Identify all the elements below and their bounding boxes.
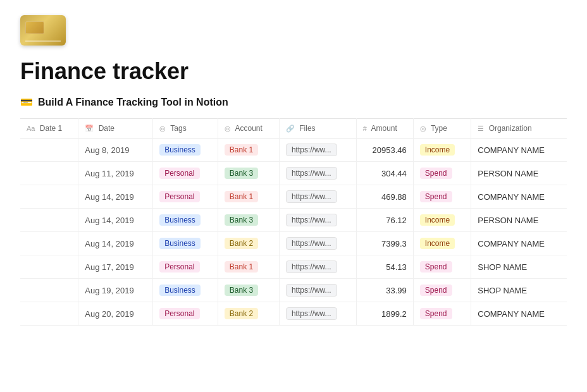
cell-date: Aug 19, 2019 [78,279,153,302]
col-account[interactable]: ◎ Account [218,119,279,138]
col-date1[interactable]: Aa Date 1 [20,119,78,138]
col-files[interactable]: 🔗 Files [279,119,356,138]
cell-organization: PERSON NAME [471,209,567,232]
cell-date1 [20,232,78,255]
type-badge[interactable]: Spend [420,285,452,296]
cell-date1 [20,209,78,232]
cell-date1 [20,255,78,279]
col-organization[interactable]: ☰ Organization [471,119,567,138]
credit-card-icon [20,15,66,46]
cell-type: Spend [413,255,471,279]
file-link[interactable]: https://ww... [286,307,337,320]
cell-tags: Personal [153,162,218,185]
type-badge[interactable]: Spend [420,308,452,319]
file-link[interactable]: https://ww... [286,284,337,297]
tag-badge[interactable]: Personal [159,261,199,273]
account-badge[interactable]: Bank 3 [225,214,258,226]
col-tags[interactable]: ◎ Tags [153,119,218,138]
cell-type: Income [413,232,471,255]
table-row: Aug 20, 2019 Personal Bank 2 https://ww.… [20,302,567,326]
cell-date1 [20,162,78,185]
cell-date: Aug 14, 2019 [78,185,153,209]
account-badge[interactable]: Bank 3 [225,168,258,179]
type-badge[interactable]: Income [420,214,455,226]
cell-organization: PERSON NAME [471,162,567,185]
cell-amount: 76.12 [356,209,413,232]
table-row: Aug 11, 2019 Personal Bank 3 https://ww.… [20,162,567,185]
col-date[interactable]: 📅 Date [78,119,153,138]
file-link[interactable]: https://ww... [286,214,337,226]
col-tags-icon: ◎ [159,125,166,132]
cell-account: Bank 3 [218,162,279,185]
cell-account: Bank 3 [218,209,279,232]
page-title: Finance tracker [20,58,567,85]
table-row: Aug 14, 2019 Business Bank 3 https://ww.… [20,209,567,232]
type-badge[interactable]: Spend [420,261,452,273]
section-header: 💳 Build A Finance Tracking Tool in Notio… [20,96,567,108]
cell-type: Spend [413,302,471,326]
cell-date: Aug 20, 2019 [78,302,153,326]
type-badge[interactable]: Spend [420,191,452,202]
cell-files: https://ww... [279,138,356,162]
cell-tags: Business [153,279,218,302]
cell-files: https://ww... [279,279,356,302]
cell-account: Bank 1 [218,138,279,162]
cell-type: Spend [413,279,471,302]
cell-date: Aug 11, 2019 [78,162,153,185]
account-badge[interactable]: Bank 3 [225,285,258,296]
cell-files: https://ww... [279,302,356,326]
cell-files: https://ww... [279,255,356,279]
cell-account: Bank 2 [218,232,279,255]
cell-account: Bank 1 [218,255,279,279]
account-badge[interactable]: Bank 2 [225,238,258,249]
tag-badge[interactable]: Personal [159,308,199,319]
table-row: Aug 19, 2019 Business Bank 3 https://ww.… [20,279,567,302]
cell-amount: 304.44 [356,162,413,185]
cell-files: https://ww... [279,185,356,209]
file-link[interactable]: https://ww... [286,237,337,250]
cell-date1 [20,302,78,326]
cell-date1 [20,279,78,302]
file-link[interactable]: https://ww... [286,167,337,180]
table-header-row: Aa Date 1 📅 Date ◎ Tags ◎ Account 🔗 File… [20,119,567,138]
cell-organization: COMPANY NAME [471,232,567,255]
cell-date: Aug 8, 2019 [78,138,153,162]
file-link[interactable]: https://ww... [286,260,337,273]
cell-amount: 54.13 [356,255,413,279]
type-badge[interactable]: Spend [420,168,452,179]
cell-type: Spend [413,162,471,185]
cell-tags: Personal [153,255,218,279]
cell-files: https://ww... [279,232,356,255]
cell-amount: 20953.46 [356,138,413,162]
file-link[interactable]: https://ww... [286,144,337,156]
cell-files: https://ww... [279,209,356,232]
tag-badge[interactable]: Business [159,285,201,296]
cell-organization: SHOP NAME [471,279,567,302]
section-icon: 💳 [20,96,33,108]
table-row: Aug 17, 2019 Personal Bank 1 https://ww.… [20,255,567,279]
cell-tags: Business [153,209,218,232]
account-badge[interactable]: Bank 1 [225,261,258,273]
account-badge[interactable]: Bank 1 [225,191,258,202]
cell-date: Aug 14, 2019 [78,209,153,232]
col-date-icon: 📅 [85,125,94,132]
cell-amount: 1899.2 [356,302,413,326]
tag-badge[interactable]: Business [159,214,201,226]
tag-badge[interactable]: Personal [159,168,199,179]
col-type[interactable]: ◎ Type [413,119,471,138]
cell-type: Spend [413,185,471,209]
section-label: Build A Finance Tracking Tool in Notion [38,97,228,108]
type-badge[interactable]: Income [420,238,455,249]
finance-table: Aa Date 1 📅 Date ◎ Tags ◎ Account 🔗 File… [20,118,567,326]
account-badge[interactable]: Bank 2 [225,308,258,319]
cell-tags: Business [153,138,218,162]
cell-type: Income [413,138,471,162]
type-badge[interactable]: Income [420,144,455,156]
tag-badge[interactable]: Business [159,238,201,249]
account-badge[interactable]: Bank 1 [225,144,258,156]
cell-organization: COMPANY NAME [471,302,567,326]
tag-badge[interactable]: Personal [159,191,199,202]
col-amount[interactable]: # Amount [356,119,413,138]
file-link[interactable]: https://ww... [286,190,337,203]
tag-badge[interactable]: Business [159,144,201,156]
